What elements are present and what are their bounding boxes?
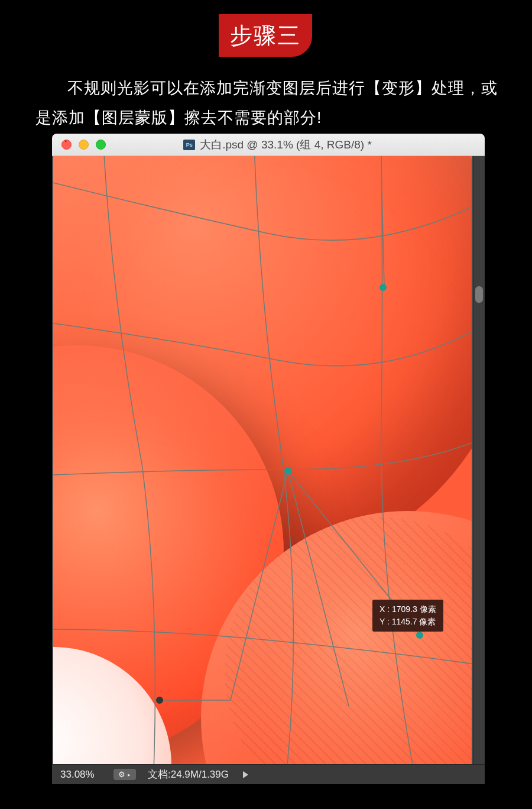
play-icon[interactable] — [243, 771, 248, 778]
warp-anchor-point[interactable] — [416, 632, 423, 639]
warp-anchor-point[interactable] — [379, 284, 387, 291]
scrollbar-thumb[interactable] — [475, 286, 483, 303]
canvas-artwork: X : 1709.3 像素 Y : 1145.7 像素 — [53, 156, 472, 764]
window-titlebar[interactable]: Ps 大白.psd @ 33.1% (组 4, RGB/8) * — [52, 134, 485, 156]
tutorial-description: 不规则光影可以在添加完渐变图层后进行【变形】处理，或是添加【图层蒙版】擦去不需要… — [35, 74, 505, 133]
coord-x: X : 1709.3 像素 — [379, 603, 436, 616]
zoom-level[interactable]: 33.08% — [60, 769, 104, 781]
title-text: 大白.psd @ 33.1% (组 4, RGB/8) * — [200, 137, 372, 153]
window-title: Ps 大白.psd @ 33.1% (组 4, RGB/8) * — [106, 137, 485, 153]
warp-control-point[interactable] — [156, 697, 163, 704]
minimize-icon[interactable] — [79, 140, 89, 150]
vertical-scrollbar[interactable] — [473, 156, 485, 764]
warp-anchor-point[interactable] — [284, 467, 291, 474]
step-badge: 步骤三 — [219, 14, 312, 57]
coordinate-tooltip: X : 1709.3 像素 Y : 1145.7 像素 — [372, 600, 443, 632]
document-size: 文档:24.9M/1.39G — [148, 768, 229, 781]
settings-icon[interactable]: ⚙▸ — [113, 769, 136, 780]
ps-file-icon: Ps — [183, 140, 195, 150]
maximize-icon[interactable] — [96, 140, 106, 150]
status-bar: 33.08% ⚙▸ 文档:24.9M/1.39G — [52, 764, 485, 784]
coord-y: Y : 1145.7 像素 — [379, 616, 436, 628]
close-icon[interactable] — [61, 140, 72, 150]
photoshop-window: Ps 大白.psd @ 33.1% (组 4, RGB/8) * — [52, 134, 485, 784]
canvas-area[interactable]: X : 1709.3 像素 Y : 1145.7 像素 — [53, 156, 472, 764]
traffic-lights — [61, 140, 106, 150]
